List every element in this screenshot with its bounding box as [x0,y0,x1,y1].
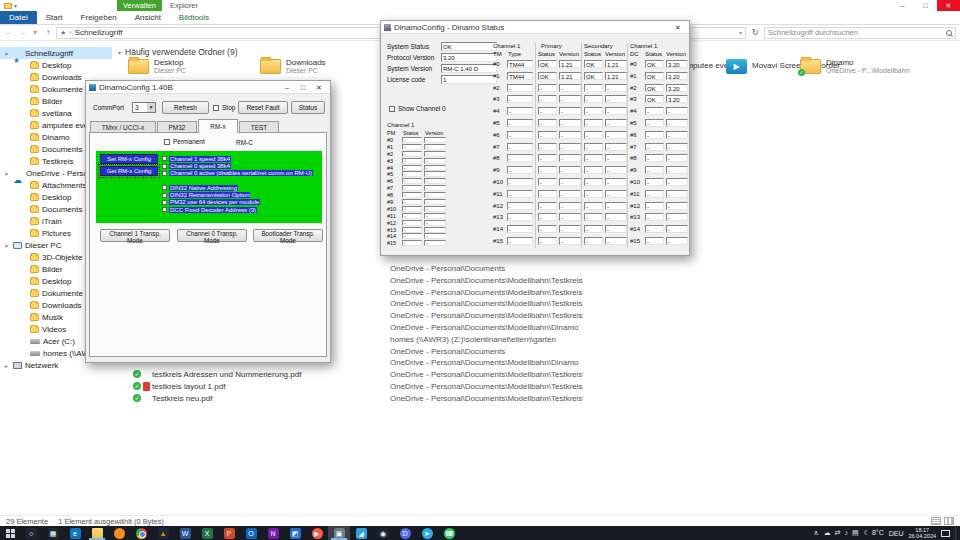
close-button[interactable]: ✕ [937,0,960,11]
refresh-button[interactable]: Refresh [162,101,209,114]
folder-tile[interactable]: Downloads Dieser PC [260,57,380,74]
taskbar-app-button[interactable]: ▦ [42,526,64,540]
ribbon-tab[interactable]: Start [37,11,72,24]
transp-mode-button[interactable]: Bootloader Transp. Mode [253,229,323,242]
option-checkbox[interactable]: PM32 use 64 devices per module [162,199,260,206]
taskbar-app-button[interactable]: ▣ [328,526,350,540]
transp-mode-button[interactable]: Channel 1 Transp. Mode [100,229,170,242]
up-icon[interactable]: ↑ [43,28,53,37]
show-desktop-button[interactable] [955,526,958,540]
network-tray-icon[interactable]: ▤ [852,529,859,537]
dialog-titlebar[interactable]: DinamoConfig - Dinamo Status ✕ [381,21,689,34]
language-indicator[interactable]: DEU [889,530,904,537]
taskbar-app-button[interactable]: X [196,526,218,540]
option-checkbox[interactable]: Channel 0 speed 38k4 [162,162,313,169]
taskbar-app-button[interactable]: N [262,526,284,540]
contextual-tab-header[interactable]: Verwalten [117,0,162,11]
taskbar-app-button[interactable] [86,526,108,540]
volume-tray-icon[interactable]: ♪ [845,529,849,537]
refresh-icon[interactable]: ↻ [749,28,761,37]
field-value[interactable]: OK [441,42,497,51]
sidebar-item[interactable]: ▾ Schnellzugriff [0,47,112,59]
rmx-config-button[interactable]: Get RM-x Config [100,166,158,176]
start-button[interactable] [0,526,20,540]
reset-fault-button[interactable]: Reset Fault [238,101,288,114]
rmx-config-button[interactable]: Set RM-x Config [100,154,158,164]
chevron-down-icon[interactable]: ▼ [147,103,155,112]
minimize-button[interactable]: – [891,0,914,11]
sync-tray-icon[interactable]: ⇄ [835,529,841,537]
details-view-icon[interactable] [931,517,941,525]
field-value[interactable]: 3.20 [441,53,497,62]
expand-arrow-icon[interactable]: ▾ [3,50,10,57]
recent-file-row[interactable]: testkreis Adressen und Nummerierung.pdf … [112,369,960,381]
expand-arrow-icon[interactable]: ▾ [3,170,10,177]
permanent-checkbox[interactable]: Permanent [164,138,205,145]
status-button[interactable]: Status [291,101,325,114]
taskbar-app-button[interactable]: ◉ [372,526,394,540]
recent-file-row[interactable]: testkreis layout 1.pdf OneDrive - Person… [112,381,960,393]
transp-mode-button[interactable]: Channel 0 Transp. Mode [177,229,247,242]
taskbar-app-button[interactable]: W [174,526,196,540]
ribbon-tab[interactable]: Datei [0,11,37,24]
search-box[interactable] [764,27,956,39]
show-channel0-checkbox[interactable]: Show Channel 0 [389,105,446,112]
taskbar-app-button[interactable]: ➤ [416,526,438,540]
qat-customize-icon[interactable]: ▾ [14,2,17,9]
taskbar-app-button[interactable] [130,526,152,540]
field-value[interactable]: 1 [441,75,497,84]
stop-checkbox[interactable]: Stop [213,104,235,111]
ribbon-tab[interactable]: Ansicht [126,11,170,24]
recent-file-row[interactable]: Testkreis neu.pdf OneDrive - Personal\Do… [112,393,960,405]
close-button[interactable]: ✕ [311,81,327,94]
expand-arrow-icon[interactable]: ▾ [3,242,10,249]
option-checkbox[interactable]: Channel 0 active (disables serial/net co… [162,170,313,177]
maximize-button[interactable]: □ [295,81,311,94]
ribbon-tab[interactable]: Bildtools [170,11,218,24]
back-icon[interactable]: ← [4,28,14,37]
option-checkbox[interactable]: DIN32 Native Addressing [162,184,260,191]
dialog-tab[interactable]: TMxx / UCCI-x [90,121,156,132]
option-checkbox[interactable]: DCC Fixed Decoder Address (3) [162,206,260,213]
expand-arrow-icon[interactable]: ▸ [3,362,10,369]
folder-tile[interactable]: Dinamo OneDrive - P...\Modellbahn [800,57,920,74]
taskbar-app-button[interactable] [108,526,130,540]
taskbar-app-button[interactable]: D [394,526,416,540]
minimize-button[interactable]: – [279,81,295,94]
dialog-tab[interactable]: PM32 [157,121,197,132]
ribbon-tab[interactable]: Freigeben [72,11,126,24]
clock[interactable]: 18:17 26.04.2024 [908,527,936,539]
section-header[interactable]: ▾ Häufig verwendete Ordner (9) [118,47,237,57]
action-center-icon[interactable] [941,530,950,537]
option-checkbox[interactable]: Channel 1 speed 38k4 [162,155,313,162]
history-dropdown-icon[interactable]: ▾ [30,28,40,37]
dialog-titlebar[interactable]: DinamoConfig 1.40B – □ ✕ [86,81,330,94]
taskbar-app-button[interactable]: ▲ [152,526,174,540]
field-value[interactable]: RM-C 1.40 D [441,64,497,73]
maximize-button[interactable]: □ [914,0,937,11]
address-dropdown-icon[interactable]: ▾ [739,29,742,36]
option-checkbox[interactable]: DIN32 Retransmission Option [162,191,260,198]
qat-explorer-icon[interactable] [4,3,12,9]
folder-tile[interactable]: Desktop Dieser PC [128,57,248,74]
dialog-tab[interactable]: RM-x [198,119,238,133]
search-input[interactable] [768,28,944,37]
weather-widget[interactable]: ☾ 8°C [864,529,884,537]
taskbar-app-button[interactable]: ◩ [284,526,306,540]
taskbar-app-button[interactable]: ▶ [306,526,328,540]
dialog-tab[interactable]: TEST [239,121,279,132]
explorer-titlebar[interactable]: ▾ Verwalten Explorer – □ ✕ [0,0,960,11]
forward-icon[interactable]: → [17,28,27,37]
collapse-arrow-icon[interactable]: ▾ [118,49,121,56]
taskbar-app-button[interactable]: O [240,526,262,540]
commport-select[interactable]: 3 ▼ [132,102,156,113]
taskbar-app-button[interactable]: P [218,526,240,540]
taskbar-app-button[interactable]: ◢ [350,526,372,540]
taskbar-app-button[interactable]: e [64,526,86,540]
close-button[interactable]: ✕ [670,21,686,34]
tray-chevron-icon[interactable]: ∧ [814,529,819,537]
onedrive-tray-icon[interactable]: ☁ [824,529,831,537]
breadcrumb[interactable]: Schnellzugriff [75,28,123,37]
taskbar-app-button[interactable]: ☎ [438,526,460,540]
thumbnail-view-icon[interactable] [944,517,954,525]
